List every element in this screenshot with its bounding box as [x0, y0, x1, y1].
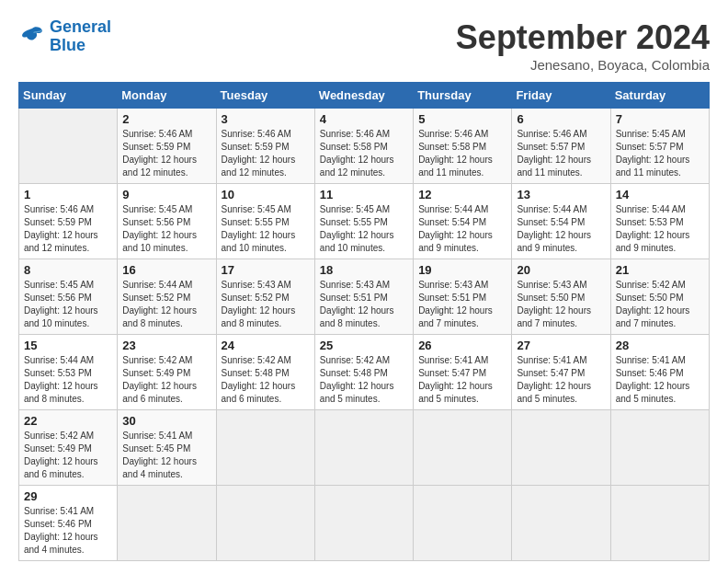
logo-text: General Blue — [50, 18, 111, 55]
calendar-cell — [216, 486, 314, 561]
calendar-cell: 6Sunrise: 5:46 AMSunset: 5:57 PMDaylight… — [512, 109, 610, 184]
calendar-cell: 21Sunrise: 5:42 AMSunset: 5:50 PMDayligh… — [610, 259, 709, 335]
day-number: 14 — [616, 188, 704, 201]
day-info: Sunrise: 5:42 AMSunset: 5:49 PMDaylight:… — [122, 354, 210, 406]
calendar-cell: 12Sunrise: 5:44 AMSunset: 5:54 PMDayligh… — [414, 184, 512, 259]
day-number: 7 — [616, 112, 704, 126]
logo-icon — [18, 23, 46, 51]
day-number: 29 — [24, 489, 112, 503]
calendar-cell: 29Sunrise: 5:41 AMSunset: 5:46 PMDayligh… — [19, 486, 118, 561]
calendar-cell: 24Sunrise: 5:42 AMSunset: 5:48 PMDayligh… — [216, 335, 314, 410]
calendar-cell: 20Sunrise: 5:43 AMSunset: 5:50 PMDayligh… — [512, 259, 610, 335]
calendar-cell: 8Sunrise: 5:45 AMSunset: 5:56 PMDaylight… — [19, 259, 118, 335]
calendar-cell — [118, 486, 216, 561]
weekday-header-cell: Wednesday — [314, 83, 413, 109]
calendar-week-row: 29Sunrise: 5:41 AMSunset: 5:46 PMDayligh… — [19, 486, 710, 561]
weekday-header-cell: Monday — [118, 83, 216, 109]
day-number: 25 — [320, 339, 408, 352]
calendar-week-row: 22Sunrise: 5:42 AMSunset: 5:49 PMDayligh… — [19, 410, 710, 486]
day-info: Sunrise: 5:41 AMSunset: 5:45 PMDaylight:… — [122, 430, 210, 481]
month-title: September 2024 — [456, 18, 710, 57]
calendar-cell: 22Sunrise: 5:42 AMSunset: 5:49 PMDayligh… — [19, 410, 118, 486]
calendar-cell: 5Sunrise: 5:46 AMSunset: 5:58 PMDaylight… — [414, 109, 512, 184]
day-info: Sunrise: 5:44 AMSunset: 5:53 PMDaylight:… — [616, 203, 704, 255]
day-info: Sunrise: 5:42 AMSunset: 5:49 PMDaylight:… — [24, 430, 112, 481]
calendar-week-row: 15Sunrise: 5:44 AMSunset: 5:53 PMDayligh… — [19, 335, 710, 410]
day-number: 11 — [320, 188, 408, 201]
day-info: Sunrise: 5:46 AMSunset: 5:58 PMDaylight:… — [418, 128, 506, 179]
calendar-table: SundayMondayTuesdayWednesdayThursdayFrid… — [18, 82, 710, 561]
day-info: Sunrise: 5:43 AMSunset: 5:51 PMDaylight:… — [320, 279, 408, 330]
calendar-cell — [414, 410, 512, 486]
day-number: 19 — [418, 263, 506, 277]
weekday-header-cell: Sunday — [19, 83, 118, 109]
calendar-cell: 11Sunrise: 5:45 AMSunset: 5:55 PMDayligh… — [314, 184, 413, 259]
calendar-week-row: 8Sunrise: 5:45 AMSunset: 5:56 PMDaylight… — [19, 259, 710, 335]
day-info: Sunrise: 5:41 AMSunset: 5:47 PMDaylight:… — [517, 354, 605, 406]
calendar-cell: 30Sunrise: 5:41 AMSunset: 5:45 PMDayligh… — [118, 410, 216, 486]
calendar-cell: 13Sunrise: 5:44 AMSunset: 5:54 PMDayligh… — [512, 184, 610, 259]
calendar-cell: 2Sunrise: 5:46 AMSunset: 5:59 PMDaylight… — [118, 109, 216, 184]
day-number: 18 — [320, 263, 408, 277]
weekday-header-row: SundayMondayTuesdayWednesdayThursdayFrid… — [19, 83, 710, 109]
day-info: Sunrise: 5:44 AMSunset: 5:52 PMDaylight:… — [122, 279, 210, 330]
day-info: Sunrise: 5:41 AMSunset: 5:46 PMDaylight:… — [616, 354, 704, 406]
day-number: 30 — [122, 414, 210, 428]
day-info: Sunrise: 5:43 AMSunset: 5:50 PMDaylight:… — [517, 279, 605, 330]
calendar-cell — [512, 410, 610, 486]
weekday-header-cell: Friday — [512, 83, 610, 109]
day-info: Sunrise: 5:45 AMSunset: 5:56 PMDaylight:… — [122, 203, 210, 255]
day-number: 9 — [122, 188, 210, 201]
calendar-cell: 1Sunrise: 5:46 AMSunset: 5:59 PMDaylight… — [19, 184, 118, 259]
day-number: 2 — [122, 112, 210, 126]
calendar-week-row: 1Sunrise: 5:46 AMSunset: 5:59 PMDaylight… — [19, 184, 710, 259]
location-subtitle: Jenesano, Boyaca, Colombia — [456, 57, 710, 73]
day-info: Sunrise: 5:44 AMSunset: 5:54 PMDaylight:… — [418, 203, 506, 255]
day-info: Sunrise: 5:43 AMSunset: 5:51 PMDaylight:… — [418, 279, 506, 330]
day-number: 26 — [418, 339, 506, 352]
calendar-cell: 27Sunrise: 5:41 AMSunset: 5:47 PMDayligh… — [512, 335, 610, 410]
day-number: 15 — [24, 339, 112, 352]
calendar-cell: 9Sunrise: 5:45 AMSunset: 5:56 PMDaylight… — [118, 184, 216, 259]
day-info: Sunrise: 5:42 AMSunset: 5:48 PMDaylight:… — [222, 354, 310, 406]
day-info: Sunrise: 5:46 AMSunset: 5:59 PMDaylight:… — [24, 203, 112, 255]
calendar-cell: 15Sunrise: 5:44 AMSunset: 5:53 PMDayligh… — [19, 335, 118, 410]
weekday-header-cell: Saturday — [610, 83, 709, 109]
day-number: 23 — [122, 339, 210, 352]
calendar-cell: 7Sunrise: 5:45 AMSunset: 5:57 PMDaylight… — [610, 109, 709, 184]
calendar-cell: 23Sunrise: 5:42 AMSunset: 5:49 PMDayligh… — [118, 335, 216, 410]
day-number: 17 — [222, 263, 310, 277]
day-info: Sunrise: 5:41 AMSunset: 5:46 PMDaylight:… — [24, 505, 112, 557]
day-info: Sunrise: 5:45 AMSunset: 5:57 PMDaylight:… — [616, 128, 704, 179]
weekday-header-cell: Thursday — [414, 83, 512, 109]
day-number: 22 — [24, 414, 112, 428]
day-number: 4 — [320, 112, 408, 126]
calendar-cell: 17Sunrise: 5:43 AMSunset: 5:52 PMDayligh… — [216, 259, 314, 335]
weekday-header-cell: Tuesday — [216, 83, 314, 109]
day-number: 5 — [418, 112, 506, 126]
day-number: 10 — [222, 188, 310, 201]
page-header: General Blue September 2024 Jenesano, Bo… — [18, 18, 710, 73]
calendar-cell — [314, 486, 413, 561]
calendar-week-row: 2Sunrise: 5:46 AMSunset: 5:59 PMDaylight… — [19, 109, 710, 184]
day-info: Sunrise: 5:42 AMSunset: 5:50 PMDaylight:… — [616, 279, 704, 330]
day-info: Sunrise: 5:45 AMSunset: 5:55 PMDaylight:… — [320, 203, 408, 255]
calendar-cell — [314, 410, 413, 486]
day-info: Sunrise: 5:46 AMSunset: 5:59 PMDaylight:… — [222, 128, 310, 179]
calendar-cell — [610, 486, 709, 561]
logo-line1: General — [50, 17, 111, 36]
logo: General Blue — [18, 18, 111, 55]
title-section: September 2024 Jenesano, Boyaca, Colombi… — [456, 18, 710, 73]
calendar-cell: 16Sunrise: 5:44 AMSunset: 5:52 PMDayligh… — [118, 259, 216, 335]
day-number: 28 — [616, 339, 704, 352]
day-info: Sunrise: 5:45 AMSunset: 5:55 PMDaylight:… — [222, 203, 310, 255]
day-info: Sunrise: 5:42 AMSunset: 5:48 PMDaylight:… — [320, 354, 408, 406]
day-number: 6 — [517, 112, 605, 126]
day-number: 8 — [24, 263, 112, 277]
calendar-cell — [414, 486, 512, 561]
day-info: Sunrise: 5:44 AMSunset: 5:53 PMDaylight:… — [24, 354, 112, 406]
calendar-cell: 26Sunrise: 5:41 AMSunset: 5:47 PMDayligh… — [414, 335, 512, 410]
calendar-cell — [610, 410, 709, 486]
day-info: Sunrise: 5:44 AMSunset: 5:54 PMDaylight:… — [517, 203, 605, 255]
day-info: Sunrise: 5:46 AMSunset: 5:59 PMDaylight:… — [122, 128, 210, 179]
